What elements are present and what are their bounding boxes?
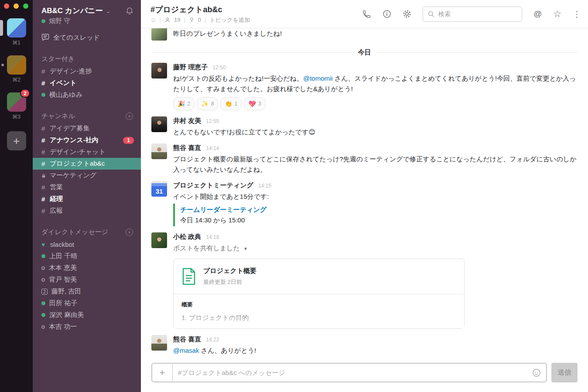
pin-count[interactable]: 0 bbox=[198, 17, 201, 23]
member-count[interactable]: 19 bbox=[174, 17, 180, 23]
call-phone-icon[interactable] bbox=[362, 10, 371, 19]
event-title-link[interactable]: チームリーダーミーティング bbox=[180, 205, 578, 215]
message-author[interactable]: プロジェクトミーティング bbox=[173, 181, 253, 189]
divider-line bbox=[377, 52, 578, 53]
message-time[interactable]: 12:55 bbox=[206, 118, 219, 124]
add-workspace-button[interactable]: + bbox=[7, 131, 26, 150]
sidebar-item-keiri[interactable]: # 経理 bbox=[33, 193, 141, 205]
send-button[interactable]: 送信 bbox=[551, 363, 578, 382]
workspace-icon-1[interactable] bbox=[7, 18, 26, 37]
workspace-unread-dot bbox=[1, 64, 4, 66]
message-time[interactable]: 14:22 bbox=[206, 337, 219, 343]
user-mention[interactable]: @masak bbox=[173, 347, 199, 354]
sidebar-item-eigyo[interactable]: # 営業 bbox=[33, 181, 141, 193]
dms-section: ダイレクトメッセージ + ♥ slackbot 上田 千晴 木本 恵美 背戸 智… bbox=[33, 227, 141, 333]
sidebar-item-idea-bosyu[interactable]: # アイデア募集 bbox=[33, 123, 141, 134]
avatar[interactable] bbox=[151, 143, 167, 159]
dm-label: 上田 千晴 bbox=[49, 252, 77, 260]
emoji-picker-icon[interactable] bbox=[532, 368, 541, 377]
message-time[interactable]: 14:18 bbox=[206, 234, 219, 240]
calendar-app-icon[interactable]: 31 bbox=[151, 181, 167, 197]
search-input[interactable] bbox=[438, 10, 508, 17]
reaction-tada[interactable]: 🎉2 bbox=[173, 97, 195, 110]
reaction-clap[interactable]: 👏1 bbox=[220, 97, 242, 110]
message-author[interactable]: 熊谷 喜直 bbox=[173, 144, 201, 151]
sidebar-item-group-dm[interactable]: 2 藤野, 吉田 bbox=[33, 286, 141, 297]
post-title[interactable]: プロジェクト概要 bbox=[203, 266, 256, 276]
attach-plus-button[interactable]: + bbox=[152, 364, 173, 382]
close-window-button[interactable] bbox=[4, 3, 9, 9]
chevron-down-icon: ⌄ bbox=[106, 8, 110, 14]
sidebar-item-announce-shanai[interactable]: # アナウンス-社内 1 bbox=[33, 134, 141, 146]
sidebar-item-marketing[interactable]: マーケティング bbox=[33, 170, 141, 181]
workspace-switcher-3[interactable]: 2 ⌘3 bbox=[7, 92, 26, 120]
avatar[interactable] bbox=[151, 63, 167, 78]
channel-label: プロジェクトab&c bbox=[50, 160, 105, 168]
current-user[interactable]: 畑野 守 bbox=[33, 16, 141, 25]
sidebar-item-koho[interactable]: # 広報 bbox=[33, 205, 141, 217]
message-author[interactable]: 熊谷 喜直 bbox=[173, 335, 201, 343]
all-threads[interactable]: 全てのスレッド bbox=[33, 32, 141, 44]
team-menu-button[interactable]: AB&C カンパニー bbox=[41, 6, 103, 16]
presence-offline-icon bbox=[41, 278, 45, 282]
unread-badge: 1 bbox=[123, 137, 134, 144]
sidebar-item-fukazawa[interactable]: 深沢 麻由美 bbox=[33, 309, 141, 321]
notifications-bell-icon[interactable] bbox=[125, 7, 134, 15]
message-author[interactable]: 小松 政典 bbox=[173, 233, 201, 240]
minimize-window-button[interactable] bbox=[14, 3, 19, 9]
post-preview-card[interactable]: プロジェクト概要 最終更新 2日前 概要 1. プロジェクトの目的 2. ゲスト… bbox=[173, 259, 465, 329]
message-time[interactable]: 14:15 bbox=[258, 183, 271, 189]
sidebar-item-tadokoro[interactable]: 田所 祐子 bbox=[33, 297, 141, 309]
star-channel-icon[interactable]: ☆ bbox=[150, 17, 156, 24]
sidebar-item-motoyoshi[interactable]: 本吉 功一 bbox=[33, 321, 141, 333]
dm-label: 背戸 智美 bbox=[49, 276, 77, 284]
member-count-icon[interactable] bbox=[164, 17, 171, 23]
mentions-at-icon[interactable]: @ bbox=[533, 9, 542, 19]
search-box[interactable] bbox=[423, 7, 522, 22]
workspace-switcher-1[interactable]: ⌘1 bbox=[7, 18, 26, 46]
message-time[interactable]: 14:14 bbox=[206, 145, 219, 151]
workspace-shortcut: ⌘3 bbox=[7, 114, 26, 120]
message-text: ね!ゲストの反応もよかったね!一安心だね。@tomomii さん、スライドかっこ… bbox=[173, 73, 578, 94]
gear-icon[interactable] bbox=[403, 10, 411, 18]
message-time[interactable]: 12:50 bbox=[212, 65, 226, 71]
divider: | bbox=[184, 17, 185, 23]
zoom-window-button[interactable] bbox=[23, 3, 28, 9]
hash-icon: # bbox=[41, 148, 46, 156]
add-channel-icon[interactable]: + bbox=[126, 112, 133, 120]
reaction-count: 3 bbox=[258, 99, 261, 109]
search-icon bbox=[427, 10, 435, 18]
reaction-sparkles[interactable]: ✨8 bbox=[197, 97, 218, 110]
avatar[interactable] bbox=[151, 335, 167, 351]
kebab-menu-icon[interactable]: ⋮ bbox=[573, 9, 581, 19]
hash-icon: # bbox=[41, 207, 46, 215]
sidebar-item-kimoto[interactable]: 木本 恵美 bbox=[33, 262, 141, 274]
sidebar-item-design-chat[interactable]: # デザイン-チャット bbox=[33, 146, 141, 158]
sidebar-item-yokoyama[interactable]: 横山あゆみ bbox=[33, 89, 141, 101]
presence-online-icon bbox=[41, 19, 45, 23]
sidebar-item-slackbot[interactable]: ♥ slackbot bbox=[33, 239, 141, 250]
avatar[interactable] bbox=[151, 28, 167, 41]
message-author[interactable]: 井村 友美 bbox=[173, 117, 201, 124]
message-author[interactable]: 藤野 理恵子 bbox=[173, 63, 208, 71]
caret-down-icon[interactable]: ▼ bbox=[243, 246, 248, 251]
avatar[interactable] bbox=[151, 116, 167, 132]
hash-icon: # bbox=[41, 79, 46, 87]
sidebar-item-event[interactable]: # イベント bbox=[33, 77, 141, 89]
sidebar-item-project-abc[interactable]: # プロジェクトab&c bbox=[33, 158, 141, 170]
pin-icon[interactable] bbox=[189, 17, 195, 23]
channel-info-icon[interactable] bbox=[383, 10, 391, 18]
avatar[interactable] bbox=[151, 232, 167, 248]
workspace-switcher-2[interactable]: ⌘2 bbox=[7, 55, 26, 83]
add-dm-icon[interactable]: + bbox=[126, 228, 133, 236]
reaction-heart[interactable]: 💖3 bbox=[244, 97, 265, 110]
workspace-icon-2[interactable] bbox=[7, 55, 26, 75]
sidebar-item-seto[interactable]: 背戸 智美 bbox=[33, 274, 141, 286]
starred-items-icon[interactable]: ☆ bbox=[553, 9, 561, 19]
user-mention[interactable]: @tomomii bbox=[303, 75, 333, 82]
message-input[interactable] bbox=[173, 369, 532, 376]
sidebar-item-design-shinchoku[interactable]: # デザイン-進捗 bbox=[33, 65, 141, 77]
sidebar-item-ueda[interactable]: 上田 千晴 bbox=[33, 250, 141, 262]
add-topic-link[interactable]: トピックを追加 bbox=[209, 16, 250, 24]
dm-label: 藤野, 吉田 bbox=[51, 287, 81, 296]
